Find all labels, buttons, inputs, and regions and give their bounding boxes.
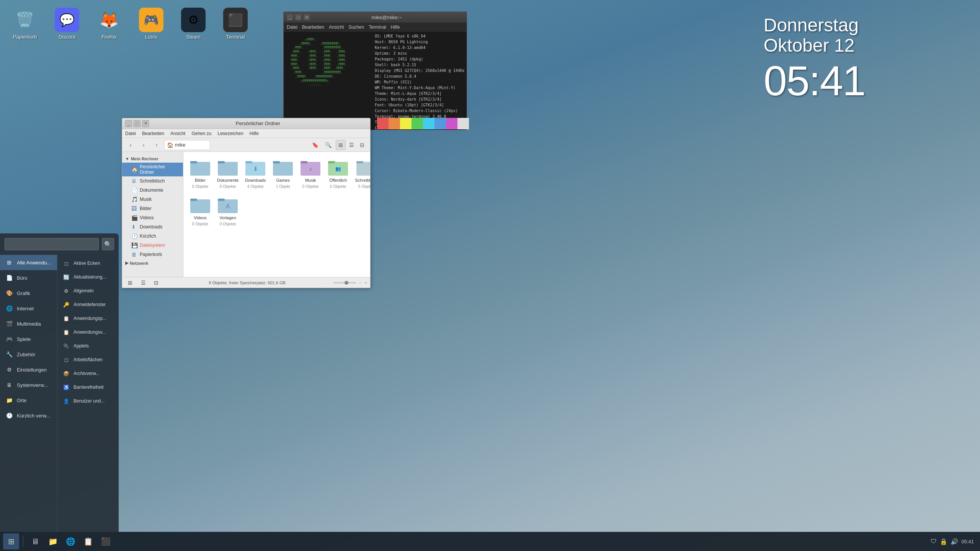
taskbar-browser-btn[interactable]: 🌐: [62, 533, 78, 549]
color-swatch-6[interactable]: [446, 118, 457, 129]
fm-sidebar-persoenlicher-ordner[interactable]: 🏠 Persönlicher Ordner: [122, 163, 183, 176]
fm-menu-hilfe[interactable]: Hilfe: [250, 131, 259, 136]
terminal-close-btn[interactable]: ✕: [304, 14, 310, 20]
color-swatch-2[interactable]: [400, 118, 412, 129]
zoom-slider[interactable]: [333, 282, 356, 284]
fm-sidebar-papierkorb[interactable]: 🗑 Papierkorb: [122, 250, 183, 259]
fm-section-netzwerk[interactable]: ▶ Netzwerk: [122, 259, 183, 267]
app-menu-archivverw[interactable]: 📦 Archivverw...: [57, 367, 119, 380]
fm-section-mein-rechner[interactable]: ▼ Mein Rechner: [122, 155, 183, 163]
app-menu-einstellungen[interactable]: ⚙ Einstellungen: [0, 362, 57, 377]
fm-list-view-btn[interactable]: ☰: [346, 140, 356, 150]
app-menu-kuerzlich[interactable]: 🕐 Kürzlich verw...: [0, 408, 57, 423]
terminal-menu-datei[interactable]: Datei: [287, 24, 297, 30]
terminal-minimize-btn[interactable]: _: [287, 14, 293, 20]
folder-games[interactable]: Games 1 Objekt: [271, 156, 295, 191]
folder-dokumente[interactable]: Dokumente 0 Objekte: [216, 156, 240, 191]
app-menu-aktive-ecken[interactable]: ◻ Aktive Ecken: [57, 256, 119, 270]
fm-compact-view-btn[interactable]: ⊟: [357, 140, 367, 150]
app-menu-anwendungsv[interactable]: 📋 Anwendungsv...: [57, 325, 119, 339]
fm-back-btn[interactable]: ‹: [125, 140, 136, 150]
fm-sidebar-musik[interactable]: 🎵 Musik: [122, 195, 183, 204]
taskbar-clock[interactable]: 05:41: [961, 539, 974, 544]
folder-downloads[interactable]: ⬇ Downloads 4 Objekte: [243, 156, 268, 191]
fm-sidebar-downloads[interactable]: ⬇ Downloads: [122, 222, 183, 231]
app-menu-systemverw[interactable]: 🖥 Systemverw...: [0, 377, 57, 393]
app-menu-orte[interactable]: 📁 Orte: [0, 393, 57, 408]
desktop-icon-lutris[interactable]: 🎮 Lutris: [134, 8, 168, 40]
fm-sidebar-schreibtisch[interactable]: 🖥 Schreibtisch: [122, 176, 183, 186]
app-menu-all-apps[interactable]: ⊞ Alle Anwendu...: [0, 255, 57, 270]
fm-bookmark-btn[interactable]: 🔖: [310, 140, 320, 150]
fm-up-btn[interactable]: ↑: [151, 140, 162, 150]
fm-sidebar-kuerzlich[interactable]: 🕐 Kürzlich: [122, 231, 183, 241]
app-menu-multimedia[interactable]: 🎬 Multimedia: [0, 316, 57, 331]
terminal-menu-bearbeiten[interactable]: Bearbeiten: [302, 24, 324, 30]
app-menu-grafik[interactable]: 🎨 Grafik: [0, 285, 57, 301]
terminal-menu-terminal[interactable]: Terminal: [369, 24, 386, 30]
desktop-icon-terminal[interactable]: ⬛ Terminal: [218, 8, 253, 40]
folder-oeffentlich[interactable]: 👥 Öffentlich 0 Objekte: [326, 156, 350, 191]
fm-menu-gehenzu[interactable]: Gehen zu: [191, 131, 211, 136]
app-menu-spiele[interactable]: 🎮 Spiele: [0, 331, 57, 347]
terminal-menu-hilfe[interactable]: Hilfe: [390, 24, 400, 30]
taskbar-terminal-btn2[interactable]: ⬛: [98, 533, 114, 549]
app-menu-anwendungsp[interactable]: 📋 Anwendungsp...: [57, 311, 119, 325]
color-swatch-0[interactable]: [377, 118, 389, 129]
desktop-icon-discord[interactable]: 💬 Discord: [50, 8, 84, 40]
network-tray-icon[interactable]: 🛡: [931, 538, 937, 545]
fm-menu-bearbeiten[interactable]: Bearbeiten: [142, 131, 164, 136]
taskbar-show-desktop-btn[interactable]: 🖥: [27, 533, 43, 549]
color-swatch-3[interactable]: [412, 118, 423, 129]
fm-statusbar-grid-btn[interactable]: ⊞: [125, 278, 135, 288]
taskbar-menu-btn[interactable]: ⊞: [3, 533, 19, 549]
terminal-menu-ansicht[interactable]: Ansicht: [329, 24, 344, 30]
folder-vorlagen[interactable]: A Vorlagen 0 Objekte: [216, 194, 240, 228]
app-menu-search-btn[interactable]: 🔍: [102, 238, 114, 250]
terminal-maximize-btn[interactable]: □: [295, 14, 301, 20]
fm-forward-btn[interactable]: ›: [138, 140, 149, 150]
folder-videos[interactable]: Videos 0 Objekte: [188, 194, 212, 228]
fm-statusbar-compact-btn[interactable]: ⊟: [151, 278, 161, 288]
fm-maximize-btn[interactable]: □: [134, 120, 140, 127]
volume-tray-icon[interactable]: 🔊: [951, 538, 958, 545]
fm-menu-lesezeichen[interactable]: Lesezeichen: [217, 131, 243, 136]
fm-minimize-btn[interactable]: _: [125, 120, 132, 127]
color-swatch-7[interactable]: [457, 118, 469, 129]
color-swatch-1[interactable]: [389, 118, 400, 129]
fm-grid-view-btn[interactable]: ⊞: [336, 140, 346, 150]
folder-schreibtisch[interactable]: Schreibtisch 5 Objekte: [353, 156, 370, 191]
taskbar-apps-btn[interactable]: 📋: [80, 533, 96, 549]
app-menu-buero[interactable]: 📄 Büro: [0, 270, 57, 285]
fm-sidebar-videos[interactable]: 🎬 Videos: [122, 213, 183, 222]
fm-close-btn[interactable]: ✕: [142, 120, 149, 127]
color-swatch-4[interactable]: [423, 118, 434, 129]
app-menu-zubehoer[interactable]: 🔧 Zubehör: [0, 347, 57, 362]
fm-search-btn[interactable]: 🔍: [323, 140, 333, 150]
terminal-menu-suchen[interactable]: Suchen: [348, 24, 364, 30]
taskbar-files-btn[interactable]: 📁: [45, 533, 61, 549]
app-menu-barrierefreiheit[interactable]: ♿ Barrierefreiheit: [57, 380, 119, 394]
zoom-out-icon[interactable]: −: [359, 280, 361, 285]
desktop-icon-steam[interactable]: ⚙ Steam: [176, 8, 211, 40]
desktop-icon-firefox[interactable]: 🦊 Firefox: [92, 8, 126, 40]
folder-musik[interactable]: ♪ Musik 0 Objekte: [298, 156, 323, 191]
app-menu-search-input[interactable]: [5, 238, 99, 250]
color-swatch-5[interactable]: [434, 118, 446, 129]
folder-bilder[interactable]: Bilder 0 Objekte: [188, 156, 212, 191]
app-menu-arbeitsflaechen[interactable]: ◻ Arbeitsflächen: [57, 353, 119, 367]
app-menu-allgemein[interactable]: ⚙ Allgemein: [57, 284, 119, 298]
app-menu-anmeldefenster[interactable]: 🔑 Anmeldefenster: [57, 298, 119, 311]
shield-tray-icon[interactable]: 🔒: [940, 538, 947, 545]
app-menu-aktualisierung[interactable]: 🔄 Aktualisierung...: [57, 270, 119, 284]
fm-menu-datei[interactable]: Datei: [125, 131, 136, 136]
app-menu-internet[interactable]: 🌐 Internet: [0, 301, 57, 316]
fm-sidebar-bilder[interactable]: 🖼 Bilder: [122, 204, 183, 213]
fm-statusbar-list-btn[interactable]: ☰: [138, 278, 148, 288]
fm-menu-ansicht[interactable]: Ansicht: [170, 131, 185, 136]
app-menu-benutzer[interactable]: 👤 Benutzer und...: [57, 394, 119, 408]
zoom-in-icon[interactable]: +: [365, 280, 367, 285]
app-menu-applets[interactable]: 🔌 Applets: [57, 339, 119, 353]
fm-sidebar-dokumente[interactable]: 📄 Dokumente: [122, 186, 183, 195]
fm-sidebar-dateisystem[interactable]: 💾 Dateisystem: [122, 241, 183, 250]
